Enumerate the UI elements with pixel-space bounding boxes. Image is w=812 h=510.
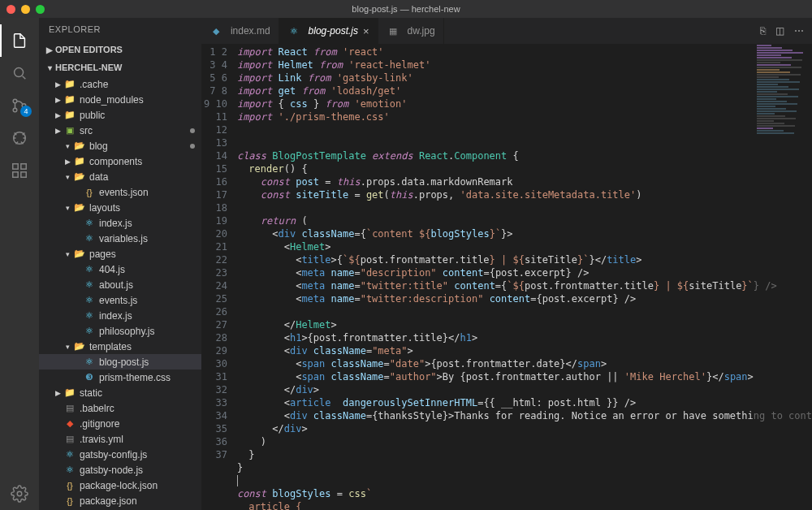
tab-index-md[interactable]: ◆index.md <box>201 18 279 44</box>
activity-search-icon[interactable] <box>0 57 39 89</box>
activity-explorer-icon[interactable] <box>0 24 39 57</box>
twistie-icon: ▶ <box>52 96 63 104</box>
tree-item-philosophy-js[interactable]: ⚛philosophy.js <box>39 323 201 339</box>
tree-label: index.js <box>99 218 132 229</box>
tab-dw-jpg[interactable]: ▦dw.jpg <box>378 18 444 44</box>
file-icon: 📂 <box>73 340 86 353</box>
tree-item-layouts[interactable]: ▾📂layouts <box>39 200 201 215</box>
tree-item-public[interactable]: ▶📁public <box>39 107 201 123</box>
tree-label: 404.js <box>99 264 125 275</box>
twistie-icon: ▾ <box>62 204 73 212</box>
svg-rect-8 <box>21 164 26 169</box>
tree-label: data <box>89 171 108 183</box>
tree-item-index-js[interactable]: ⚛index.js <box>39 215 201 231</box>
twistie-icon: ▶ <box>52 389 63 397</box>
tree-item-data[interactable]: ▾📂data <box>39 169 201 184</box>
twistie-icon: ▶ <box>52 111 63 119</box>
file-icon: ⚛ <box>83 309 96 322</box>
tree-label: events.json <box>99 187 149 198</box>
file-icon: ⚛ <box>83 232 96 245</box>
tree-label: .travis.yml <box>80 434 123 445</box>
file-icon: ⚛ <box>63 448 76 461</box>
activity-settings-icon[interactable] <box>0 478 39 510</box>
tree-item-variables-js[interactable]: ⚛variables.js <box>39 231 201 246</box>
file-icon: {} <box>63 495 76 508</box>
close-tab-icon[interactable]: × <box>363 25 369 37</box>
twistie-icon: ▾ <box>62 173 73 181</box>
more-actions-icon[interactable]: ⋯ <box>794 25 804 37</box>
file-tree: ▶📁.cache▶📁node_modules▶📁public▶▣src▾📂blo… <box>39 76 201 510</box>
tree-label: package-lock.json <box>80 480 158 491</box>
close-window-button[interactable] <box>6 5 15 14</box>
tree-item-events-js[interactable]: ⚛events.js <box>39 292 201 308</box>
file-icon: ⚛ <box>83 279 96 292</box>
tree-item-blog-post-js[interactable]: ⚛blog-post.js <box>39 354 201 370</box>
maximize-window-button[interactable] <box>36 5 45 14</box>
tree-label: gatsby-config.js <box>80 449 147 460</box>
file-icon: 📁 <box>63 78 76 91</box>
tree-item--babelrc[interactable]: ▤.babelrc <box>39 400 201 416</box>
activity-extensions-icon[interactable] <box>0 154 39 187</box>
editor-actions: ⎘ ◫ ⋯ <box>760 18 812 44</box>
workspace-section[interactable]: ▾HERCHEL-NEW <box>39 58 201 76</box>
tree-item-gatsby-config-js[interactable]: ⚛gatsby-config.js <box>39 447 201 462</box>
tab-label: index.md <box>231 25 270 37</box>
tree-item-node_modules[interactable]: ▶📁node_modules <box>39 92 201 107</box>
twistie-icon: ▾ <box>62 142 73 150</box>
tree-label: about.js <box>99 279 133 291</box>
svg-rect-6 <box>13 172 18 177</box>
code-editor[interactable]: import React from 'react' import Helmet … <box>237 44 812 510</box>
tree-label: variables.js <box>99 233 148 244</box>
activity-debug-icon[interactable] <box>0 122 39 154</box>
open-changes-icon[interactable]: ⎘ <box>760 25 766 37</box>
open-editors-section[interactable]: ▶OPEN EDITORS <box>39 41 201 58</box>
tree-item-about-js[interactable]: ⚛about.js <box>39 277 201 292</box>
file-icon: 📂 <box>73 171 86 184</box>
tree-item-components[interactable]: ▶📁components <box>39 153 201 169</box>
tree-label: templates <box>89 341 132 352</box>
tree-item-templates[interactable]: ▾📂templates <box>39 339 201 354</box>
minimap[interactable] <box>754 44 812 510</box>
tree-label: blog-post.js <box>99 357 149 368</box>
file-icon: ⚛ <box>63 464 76 477</box>
tree-item-index-js[interactable]: ⚛index.js <box>39 308 201 323</box>
tree-item-pages[interactable]: ▾📂pages <box>39 246 201 261</box>
tab-blog-post-js[interactable]: ⚛blog-post.js× <box>279 18 378 44</box>
svg-rect-7 <box>21 172 26 177</box>
tree-label: package.json <box>80 495 137 507</box>
split-editor-icon[interactable]: ◫ <box>775 25 784 37</box>
tree-label: static <box>80 387 102 399</box>
twistie-icon: ▾ <box>62 343 73 351</box>
tree-item-blog[interactable]: ▾📂blog <box>39 138 201 153</box>
tree-item--gitignore[interactable]: ◆.gitignore <box>39 416 201 431</box>
tree-item-events-json[interactable]: {}events.json <box>39 184 201 200</box>
tree-item-static[interactable]: ▶📁static <box>39 385 201 400</box>
tree-label: philosophy.js <box>99 326 154 337</box>
tree-label: public <box>80 110 105 121</box>
file-icon: ▤ <box>63 402 76 415</box>
activity-scm-icon[interactable]: 4 <box>0 89 39 122</box>
line-gutter: 1 2 3 4 5 6 7 8 9 10 11 12 13 14 15 16 1… <box>201 44 237 510</box>
file-icon: 📁 <box>63 93 76 106</box>
tree-item-prism-theme-css[interactable]: ❸prism-theme.css <box>39 370 201 385</box>
tree-item-src[interactable]: ▶▣src <box>39 123 201 138</box>
file-icon: ◆ <box>63 417 76 430</box>
tree-label: events.js <box>99 295 137 306</box>
tab-label: dw.jpg <box>408 25 435 37</box>
twistie-icon: ▾ <box>62 250 73 258</box>
svg-point-9 <box>17 491 22 496</box>
tree-item-404-js[interactable]: ⚛404.js <box>39 261 201 277</box>
svg-point-2 <box>13 108 17 112</box>
tree-label: node_modules <box>80 94 144 106</box>
tree-item--cache[interactable]: ▶📁.cache <box>39 76 201 92</box>
window-controls <box>6 5 45 14</box>
twistie-icon: ▶ <box>52 127 63 135</box>
minimize-window-button[interactable] <box>21 5 30 14</box>
tree-item-package-json[interactable]: {}package.json <box>39 493 201 508</box>
tree-label: .babelrc <box>80 403 114 414</box>
svg-rect-5 <box>13 164 18 169</box>
tree-item-package-lock-json[interactable]: {}package-lock.json <box>39 478 201 493</box>
tree-item-gatsby-node-js[interactable]: ⚛gatsby-node.js <box>39 462 201 478</box>
tree-item--travis-yml[interactable]: ▤.travis.yml <box>39 431 201 447</box>
file-icon: ⚛ <box>83 356 96 369</box>
